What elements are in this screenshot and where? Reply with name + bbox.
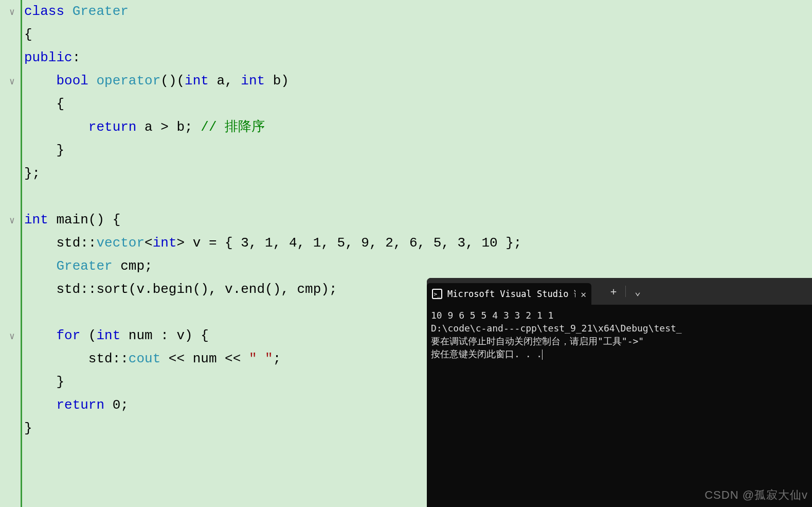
fold-icon[interactable]: ∨	[9, 215, 15, 226]
fold-icon[interactable]: ∨	[9, 6, 15, 18]
terminal-tabbar: >_ Microsoft Visual Studio 调试控 ✕ + ⌄	[427, 278, 812, 305]
terminal-window: >_ Microsoft Visual Studio 调试控 ✕ + ⌄ 10 …	[427, 278, 812, 507]
keyword-return: return	[56, 397, 104, 413]
code-line: bool operator()(int a, int b)	[24, 69, 812, 93]
class-name: Greater	[73, 4, 129, 19]
code-line: class Greater	[24, 0, 812, 23]
output-line: 10 9 6 5 5 4 3 3 2 1 1	[431, 310, 553, 321]
terminal-tab-title: Microsoft Visual Studio 调试控	[447, 288, 575, 300]
keyword-class: class	[24, 4, 64, 19]
code-line: public:	[24, 46, 812, 69]
code-line: std::vector<int> v = { 3, 1, 4, 1, 5, 9,…	[24, 232, 812, 255]
keyword-int: int	[185, 73, 209, 89]
terminal-controls: + ⌄	[602, 278, 649, 305]
string-literal: " "	[249, 351, 273, 366]
gutter: ∨ ∨ ∨ ∨	[0, 0, 21, 507]
dropdown-button[interactable]: ⌄	[626, 278, 649, 305]
keyword-bool: bool	[56, 73, 88, 89]
close-icon[interactable]: ✕	[581, 289, 586, 300]
keyword-int: int	[96, 328, 120, 343]
terminal-tab[interactable]: >_ Microsoft Visual Studio 调试控 ✕	[427, 283, 591, 305]
keyword-for: for	[56, 328, 80, 343]
code-line	[24, 185, 812, 208]
watermark: CSDN @孤寂大仙v	[705, 487, 808, 503]
new-tab-button[interactable]: +	[602, 278, 625, 305]
comment: // 排降序	[201, 119, 265, 135]
class-name: Greater	[56, 258, 112, 274]
fold-icon[interactable]: ∨	[9, 330, 15, 342]
output-line: 按任意键关闭此窗口. . .	[431, 348, 542, 359]
keyword-int: int	[153, 235, 177, 251]
terminal-icon: >_	[432, 289, 442, 299]
code-line: int main() {	[24, 208, 812, 232]
keyword-return: return	[88, 119, 137, 135]
code-line: {	[24, 93, 812, 116]
keyword-int: int	[241, 73, 265, 89]
keyword-int: int	[24, 212, 48, 228]
cursor	[542, 349, 543, 360]
fold-icon[interactable]: ∨	[9, 76, 15, 87]
cout: cout	[129, 351, 160, 366]
code-line: };	[24, 162, 812, 185]
code-line: }	[24, 139, 812, 162]
terminal-output[interactable]: 10 9 6 5 5 4 3 3 2 1 1 D:\code\c-and---c…	[427, 305, 812, 364]
code-line: Greater cmp;	[24, 255, 812, 278]
output-line: 要在调试停止时自动关闭控制台，请启用"工具"->"	[431, 336, 644, 346]
chevron-down-icon: ⌄	[635, 285, 641, 298]
code-line: {	[24, 23, 812, 46]
code-line: return a > b; // 排降序	[24, 116, 812, 139]
type-vector: vector	[96, 235, 145, 251]
output-line: D:\code\c-and---cpp\test_9_21\x64\Debug\…	[431, 323, 682, 334]
operator-name: operator	[96, 73, 160, 89]
keyword-public: public	[24, 50, 73, 65]
